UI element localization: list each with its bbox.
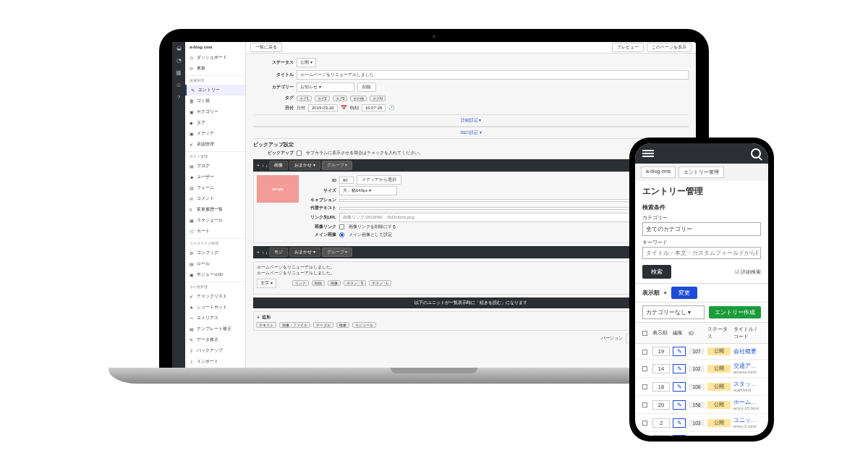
status-select[interactable]: 公開 ▾ xyxy=(297,58,316,67)
chip-btn-s[interactable]: ボタン：S xyxy=(344,280,366,286)
unit-up-icon[interactable]: ↑ xyxy=(262,164,264,168)
row-checkbox[interactable] xyxy=(642,402,647,408)
row-order[interactable]: 19 xyxy=(652,347,670,356)
row-checkbox[interactable] xyxy=(642,421,647,426)
add-search[interactable]: 検索 xyxy=(336,322,349,328)
row-order[interactable]: 14 xyxy=(652,364,670,373)
title-input[interactable]: ホームページをリニューアルしました xyxy=(297,70,689,80)
unit2-type-select[interactable]: モジ xyxy=(269,248,288,257)
nav-comment[interactable]: ✉コメント xyxy=(185,193,245,204)
nav-shortcut[interactable]: ★ショートカット xyxy=(185,302,245,313)
row-order[interactable]: 20 xyxy=(652,400,670,410)
chip-del[interactable]: 削除 xyxy=(312,280,325,286)
nav-datafix[interactable]: ✎データ修正 xyxy=(185,334,245,345)
nav-entry[interactable]: ✎エントリー xyxy=(185,85,245,96)
nav-history[interactable]: ≡変更履歴一覧 xyxy=(185,204,245,215)
size-select[interactable]: 大：幅640px ▾ xyxy=(339,186,397,195)
chip-btn-l[interactable]: ボタン：L xyxy=(369,280,391,286)
row-checkbox[interactable] xyxy=(642,350,647,355)
back-button[interactable]: 一覧に戻る xyxy=(250,43,282,52)
nav-import[interactable]: ⇩インポート xyxy=(185,356,245,367)
unit2-up-icon[interactable]: ↑ xyxy=(262,250,264,255)
calendar-icon[interactable]: 📅 xyxy=(341,105,347,111)
kw-input[interactable] xyxy=(642,247,761,259)
row-order[interactable]: 4 xyxy=(652,435,670,436)
row-checkbox[interactable] xyxy=(642,384,647,389)
nav-form[interactable]: ▥フォーム xyxy=(185,182,245,193)
detail-banner[interactable]: 詳細設定 ▾ xyxy=(253,114,689,127)
nav-approval[interactable]: ✔承認管理 xyxy=(185,139,245,150)
unit-type-select[interactable]: 画像 xyxy=(269,161,288,170)
nav-schedule[interactable]: ▦スケジュール xyxy=(185,215,245,226)
row-title-link[interactable]: ユニットによる画…entry-2.html xyxy=(733,417,761,428)
rail-grid-icon[interactable]: ▦ xyxy=(176,69,182,76)
change-button[interactable]: 変更 xyxy=(671,287,697,299)
chip-link[interactable]: リンク xyxy=(292,280,309,286)
rail-help-icon[interactable]: ? xyxy=(177,94,180,101)
hamburger-icon[interactable] xyxy=(642,150,654,157)
unit-down-icon[interactable]: ↓ xyxy=(265,164,268,168)
nav-backup[interactable]: ⇪バックアップ xyxy=(185,345,245,356)
text-body[interactable]: ホームページをリニューアルしました。 ホームページをリニューアルしました。 xyxy=(257,265,685,276)
tag-chip[interactable]: タグ1 xyxy=(297,96,312,101)
tag-chip[interactable]: タグ2 xyxy=(315,96,330,101)
search-icon[interactable] xyxy=(751,148,761,159)
text-format-select[interactable]: 文字 ▾ xyxy=(257,279,276,288)
mainimg-radio[interactable] xyxy=(339,232,344,237)
row-title-link[interactable]: スタッフ紹介staff.html xyxy=(733,381,761,392)
row-order[interactable]: 2 xyxy=(652,418,670,428)
nav-rule[interactable]: ▤ルール xyxy=(185,258,245,269)
unit-group-select[interactable]: グループ ▾ xyxy=(322,161,353,170)
clock-icon[interactable]: 🕒 xyxy=(388,105,395,111)
bc-home[interactable]: a-blog cms xyxy=(641,166,676,178)
search-button[interactable]: 検索 xyxy=(642,265,671,279)
time-input[interactable]: 16:07:28 xyxy=(362,104,386,111)
tag-chip[interactable]: タグ3 xyxy=(333,96,348,101)
nav-trash[interactable]: 🗑ゴミ箱 xyxy=(185,96,245,106)
row-edit-button[interactable]: ✎ xyxy=(673,400,686,410)
chip-img[interactable]: 画像 xyxy=(328,280,341,286)
media-select-button[interactable]: メディアから選択 xyxy=(357,175,401,185)
nav-tag[interactable]: ◆タグ xyxy=(185,117,245,128)
nav-config[interactable]: ⚙コンフィグ xyxy=(185,248,245,258)
unit-plus-icon[interactable]: ＋ xyxy=(256,162,260,169)
category-delete-button[interactable]: 削除 xyxy=(357,83,376,92)
row-title-link[interactable]: ホームページをリ…entry-20.html xyxy=(733,399,761,410)
date-input[interactable]: 2019-03-26 xyxy=(308,104,338,111)
category-select[interactable]: お知らせ ▾ xyxy=(297,83,354,92)
preview-button[interactable]: プレビュー xyxy=(612,43,644,52)
row-edit-button[interactable]: ✎ xyxy=(673,364,686,373)
seo-banner[interactable]: SEO設定 ▾ xyxy=(253,127,689,139)
unit2-down-icon[interactable]: ↓ xyxy=(265,250,268,255)
nav-alias[interactable]: ⤳エイリアス xyxy=(185,313,245,324)
row-order[interactable]: 18 xyxy=(652,382,670,392)
nav-blog[interactable]: ▤ブログ xyxy=(185,161,245,172)
detail-search-toggle[interactable]: ☑ 詳細検索 xyxy=(735,269,761,276)
th-checkbox[interactable] xyxy=(642,331,647,336)
row-title-link[interactable]: 交通アクセスaccess.html xyxy=(733,363,761,374)
imglink-checkbox[interactable] xyxy=(339,224,344,229)
sort-caret-icon[interactable]: ▾ xyxy=(664,290,667,296)
pickup-checkbox[interactable] xyxy=(297,151,302,156)
unit2-fit-select[interactable]: おまかせ ▾ xyxy=(289,248,320,257)
nav-dashboard[interactable]: ◷ダッシュボード xyxy=(185,52,245,63)
viewpage-button[interactable]: このページを表示 xyxy=(647,43,692,52)
add-text[interactable]: テキスト xyxy=(256,322,276,328)
image-thumbnail[interactable]: sample xyxy=(257,175,299,203)
new-entry-button[interactable]: エントリー作成 xyxy=(709,306,761,318)
add-table[interactable]: テーブル xyxy=(313,322,333,328)
tag-chip[interactable]: タグN xyxy=(370,96,386,101)
row-edit-button[interactable]: ✎ xyxy=(673,382,686,392)
rail-user-icon[interactable]: ☺ xyxy=(176,82,182,88)
row-edit-button[interactable]: ✎ xyxy=(673,435,686,436)
nav-checklist[interactable]: ✔チェックリスト xyxy=(185,291,245,302)
nav-template[interactable]: ▤テンプレート修正 xyxy=(185,324,245,334)
catnone-select[interactable]: カテゴリーなし ▾ xyxy=(642,305,705,319)
row-title-link[interactable]: 会社概要 xyxy=(733,348,761,355)
cat-select[interactable]: 全てのカテゴリー xyxy=(642,222,761,236)
add-image[interactable]: 画像・ファイル xyxy=(279,322,310,328)
tag-chip[interactable]: その他 xyxy=(350,96,367,101)
nav-cart[interactable]: 🛒カート xyxy=(185,226,245,237)
row-checkbox[interactable] xyxy=(642,366,647,371)
row-edit-button[interactable]: ✎ xyxy=(673,418,686,428)
